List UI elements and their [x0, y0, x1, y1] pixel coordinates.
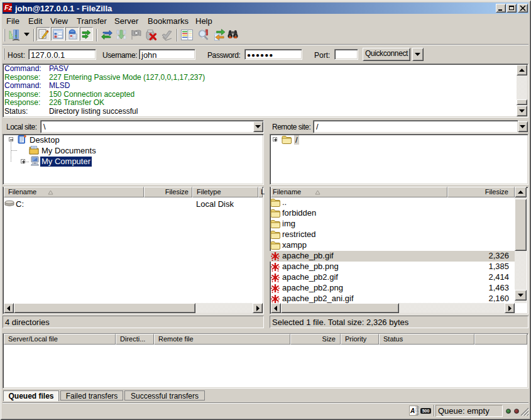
svg-text:Fz: Fz — [4, 4, 12, 11]
